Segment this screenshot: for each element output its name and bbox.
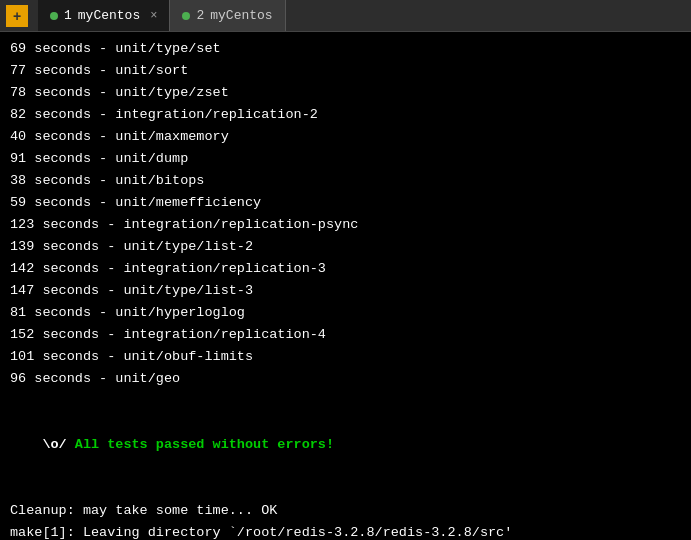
terminal-line: 152 seconds - integration/replication-4 [10,324,681,346]
tabs-area: 1 myCentos × 2 myCentos [38,0,286,31]
terminal-line: 123 seconds - integration/replication-ps… [10,214,681,236]
menu-button[interactable]: + [6,5,28,27]
terminal-line: 38 seconds - unit/bitops [10,170,681,192]
terminal-line: 69 seconds - unit/type/set [10,38,681,60]
terminal-line: 59 seconds - unit/memefficiency [10,192,681,214]
leaving-line: make[1]: Leaving directory `/root/redis-… [10,522,681,540]
terminal-line: 101 seconds - unit/obuf-limits [10,346,681,368]
tab-1-dot [50,12,58,20]
tab-2[interactable]: 2 myCentos [170,0,285,31]
tab-1[interactable]: 1 myCentos × [38,0,170,31]
terminal-line: 147 seconds - unit/type/list-3 [10,280,681,302]
title-bar-left: + [0,0,34,31]
terminal-line: 40 seconds - unit/maxmemory [10,126,681,148]
terminal-line: 78 seconds - unit/type/zset [10,82,681,104]
tab-2-dot [182,12,190,20]
tab-1-number: 1 [64,8,72,23]
terminal-line: 142 seconds - integration/replication-3 [10,258,681,280]
cleanup-line: Cleanup: may take some time... OK [10,500,681,522]
terminal-line: 82 seconds - integration/replication-2 [10,104,681,126]
terminal[interactable]: 69 seconds - unit/type/set77 seconds - u… [0,32,691,540]
tab-1-close[interactable]: × [150,9,157,23]
success-prefix: \o/ [42,437,74,452]
tab-1-label: myCentos [78,8,140,23]
success-message: All tests passed without errors! [75,437,334,452]
title-bar: + 1 myCentos × 2 myCentos [0,0,691,32]
terminal-line: 139 seconds - unit/type/list-2 [10,236,681,258]
terminal-line: 81 seconds - unit/hyperloglog [10,302,681,324]
tab-2-label: myCentos [210,8,272,23]
success-line: \o/ All tests passed without errors! [10,412,681,478]
tab-2-number: 2 [196,8,204,23]
terminal-line: 96 seconds - unit/geo [10,368,681,390]
terminal-output: 69 seconds - unit/type/set77 seconds - u… [10,38,681,390]
terminal-line: 77 seconds - unit/sort [10,60,681,82]
terminal-line: 91 seconds - unit/dump [10,148,681,170]
empty-line [10,390,681,412]
empty-line-2 [10,478,681,500]
